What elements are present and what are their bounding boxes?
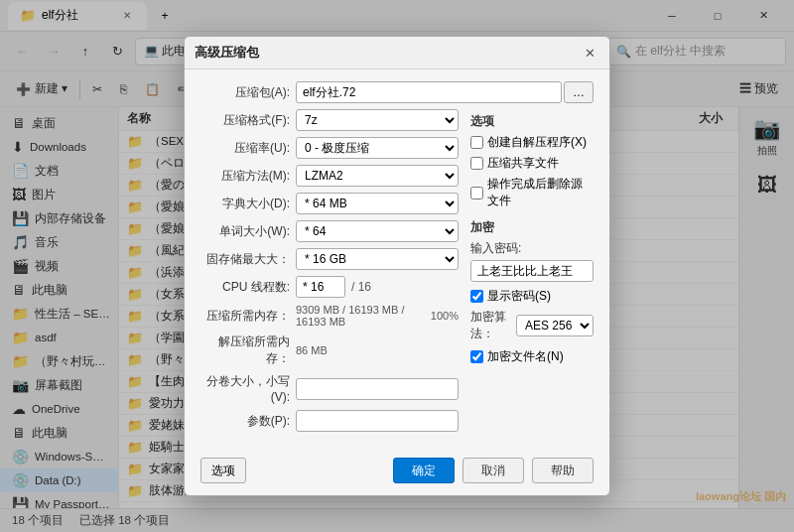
footer-left: 选项 xyxy=(200,458,385,483)
password-section: 加密 输入密码: xyxy=(470,219,594,282)
mem-row: 压缩所需内存： 9309 MB / 16193 MB / 16193 MB 10… xyxy=(200,304,459,328)
show-password-label: 显示密码(S) xyxy=(487,288,551,305)
compress-dialog: 高级压缩包 ✕ 压缩包(A): … 压缩格式(F): xyxy=(184,36,610,496)
params-row: 参数(P): xyxy=(200,410,459,432)
dict-label: 字典大小(D): xyxy=(200,196,290,212)
level-label: 压缩率(U): xyxy=(200,140,290,157)
ok-button[interactable]: 确定 xyxy=(393,458,455,483)
split-input[interactable] xyxy=(296,378,459,400)
help-button[interactable]: 帮助 xyxy=(532,458,594,483)
mem-value: 9309 MB / 16193 MB / 16193 MB xyxy=(296,304,421,328)
encrypt-files-label: 加密文件名(N) xyxy=(487,348,564,365)
format-label: 压缩格式(F): xyxy=(200,112,290,129)
solid-row: 固存储最大大： * 16 GB xyxy=(200,248,459,270)
show-password-checkbox-row: 显示密码(S) xyxy=(470,288,594,305)
cb1-label: 创建自解压程序(X) xyxy=(487,134,587,151)
params-label: 参数(P): xyxy=(200,413,290,430)
dialog-columns: 压缩格式(F): 7z 压缩率(U): 0 - 极度压缩 xyxy=(200,109,594,438)
compress-to-browse-button[interactable]: … xyxy=(564,81,594,103)
dialog-footer: 选项 确定 取消 帮助 xyxy=(185,450,609,495)
password-label: 输入密码: xyxy=(470,240,594,257)
encrypt-files-row: 加密文件名(N) xyxy=(470,348,594,365)
dialog-col-left: 压缩格式(F): 7z 压缩率(U): 0 - 极度压缩 xyxy=(200,109,459,438)
compress-to-row: 压缩包(A): … xyxy=(200,81,594,103)
watermark: laowang论坛 国内 xyxy=(696,489,786,504)
password-input[interactable] xyxy=(470,260,594,282)
cancel-button[interactable]: 取消 xyxy=(463,458,524,483)
cpu-input[interactable] xyxy=(296,276,345,298)
format-select[interactable]: 7z xyxy=(296,109,459,131)
level-row: 压缩率(U): 0 - 极度压缩 xyxy=(200,137,459,159)
decomp-value: 86 MB xyxy=(296,344,328,356)
window: 📁 elf分社 ✕ + ─ □ ✕ ← → ↑ ↻ 💻 此电脑 › Data (… xyxy=(0,0,794,532)
method-label: 压缩方法(M): xyxy=(200,168,290,185)
show-password-checkbox[interactable] xyxy=(470,290,483,303)
cpu-row: CPU 线程数: / 16 xyxy=(200,276,459,298)
cpu-label: CPU 线程数: xyxy=(200,279,290,296)
cb2-row: 压缩共享文件 xyxy=(470,155,594,172)
encrypt-alg-row: 加密算法： AES 256 xyxy=(470,309,594,342)
cb3-label: 操作完成后删除源文件 xyxy=(487,176,594,209)
decomp-label: 解压缩所需内存： xyxy=(200,333,290,367)
dialog-title: 高级压缩包 xyxy=(195,44,580,62)
params-input[interactable] xyxy=(296,410,459,432)
format-row: 压缩格式(F): 7z xyxy=(200,109,459,131)
method-select[interactable]: LZMA2 xyxy=(296,165,459,187)
level-select[interactable]: 0 - 极度压缩 xyxy=(296,137,459,159)
cb1-row: 创建自解压程序(X) xyxy=(470,134,594,151)
solid-label: 固存储最大大： xyxy=(200,251,290,268)
split-label: 分卷大小，小写(V): xyxy=(200,373,290,404)
dialog-col-right: 选项 创建自解压程序(X) 压缩共享文件 操作完成后删除源文件 xyxy=(470,109,594,438)
compress-to-input[interactable] xyxy=(296,81,562,103)
cb3-checkbox[interactable] xyxy=(470,187,483,200)
cpu-of: / 16 xyxy=(351,280,371,294)
word-select[interactable]: * 64 xyxy=(296,220,459,242)
show-password-row: 显示密码(S) xyxy=(470,288,594,305)
mem-percent: 100% xyxy=(431,310,459,322)
compress-to-input-group: … xyxy=(296,81,594,103)
word-label: 单词大小(W): xyxy=(200,223,290,240)
cb2-checkbox[interactable] xyxy=(470,157,483,170)
dict-row: 字典大小(D): * 64 MB xyxy=(200,193,459,214)
dialog-body: 压缩包(A): … 压缩格式(F): 7z xyxy=(185,69,609,450)
decomp-row: 解压缩所需内存： 86 MB xyxy=(200,333,459,367)
encrypt-files-checkbox[interactable] xyxy=(470,350,483,363)
encrypt-label: 加密算法： xyxy=(470,309,506,342)
split-row: 分卷大小，小写(V): xyxy=(200,373,459,404)
dialog-overlay: 高级压缩包 ✕ 压缩包(A): … 压缩格式(F): xyxy=(0,0,794,532)
password-section-title: 加密 xyxy=(470,219,594,236)
dialog-close-button[interactable]: ✕ xyxy=(580,43,599,63)
compress-to-label: 压缩包(A): xyxy=(200,84,290,101)
encrypt-select[interactable]: AES 256 xyxy=(516,315,594,336)
mem-label: 压缩所需内存： xyxy=(200,308,290,325)
solid-select[interactable]: * 16 GB xyxy=(296,248,459,270)
method-row: 压缩方法(M): LZMA2 xyxy=(200,165,459,187)
cb1-checkbox[interactable] xyxy=(470,136,483,149)
cb2-label: 压缩共享文件 xyxy=(487,155,559,172)
advanced-button[interactable]: 选项 xyxy=(200,458,246,483)
dict-select[interactable]: * 64 MB xyxy=(296,193,459,214)
cb3-row: 操作完成后删除源文件 xyxy=(470,176,594,209)
dialog-titlebar: 高级压缩包 ✕ xyxy=(185,37,609,69)
word-row: 单词大小(W): * 64 xyxy=(200,220,459,242)
options-title: 选项 xyxy=(470,113,594,130)
